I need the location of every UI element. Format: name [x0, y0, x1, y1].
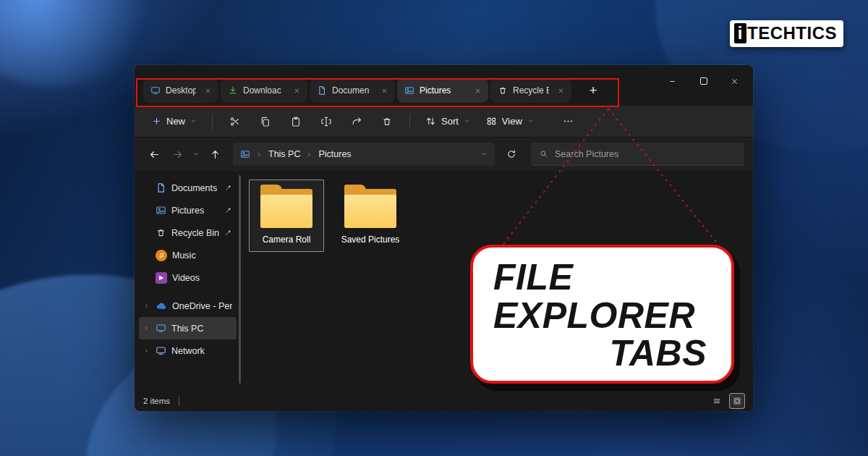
new-button[interactable]: New [145, 109, 204, 134]
navigation-bar: This PC Pictures Search Pictures [135, 138, 753, 171]
chevron-right-icon [306, 151, 312, 158]
new-button-label: New [166, 116, 185, 127]
folder-icon [344, 189, 396, 228]
logo-text: TECHTICS [747, 23, 837, 43]
view-button[interactable]: View [479, 109, 541, 134]
delete-button[interactable] [373, 109, 401, 134]
pictures-location-icon [240, 149, 250, 159]
minimize-button[interactable] [657, 69, 688, 93]
sidebar-item-network[interactable]: Network [139, 339, 237, 362]
chevron-right-icon[interactable] [143, 303, 150, 309]
image-icon [156, 205, 166, 216]
tab-bar-highlight-rectangle [136, 78, 619, 107]
share-button[interactable] [342, 109, 371, 134]
navigation-pane: Documents Pictures Recycle Bin Music [135, 171, 242, 391]
copy-button[interactable] [251, 109, 280, 134]
rename-icon [320, 116, 332, 127]
thumbnail-view-button[interactable] [730, 394, 744, 408]
itechtics-logo: iTECHTICS [730, 20, 843, 47]
sidebar-item-label: Pictures [171, 206, 219, 216]
chevron-right-icon [256, 151, 263, 158]
callout-line: FILE [493, 258, 711, 297]
chevron-down-icon [192, 151, 200, 158]
folder-item-camera-roll[interactable]: Camera Roll [249, 180, 324, 252]
folder-item-saved-pictures[interactable]: Saved Pictures [333, 180, 408, 252]
maximize-button[interactable] [688, 69, 719, 93]
address-dropdown-icon[interactable] [480, 151, 488, 158]
recycle-bin-icon [156, 227, 166, 238]
sidebar-item-label: Documents [171, 183, 219, 193]
refresh-button[interactable] [501, 143, 522, 165]
up-arrow-icon [210, 149, 221, 160]
search-input[interactable]: Search Pictures [531, 143, 744, 166]
sidebar-item-videos[interactable]: ▶ Videos [139, 266, 237, 289]
paste-button[interactable] [281, 109, 310, 134]
sidebar-item-music[interactable]: Music [139, 244, 237, 266]
callout-file-explorer-tabs: FILE EXPLORER TABS [470, 245, 734, 384]
more-options-button[interactable] [554, 109, 583, 134]
view-icon [486, 116, 497, 127]
chevron-down-icon [464, 118, 470, 124]
ellipsis-icon [563, 116, 574, 127]
onedrive-cloud-icon [156, 300, 167, 312]
forward-arrow-icon [172, 149, 183, 160]
recent-locations-button[interactable] [190, 143, 203, 165]
sidebar-item-documents[interactable]: Documents [139, 177, 237, 199]
paste-icon [290, 116, 302, 127]
breadcrumb-pictures[interactable]: Pictures [318, 149, 351, 159]
pin-icon [224, 229, 232, 237]
logo-i-mark: i [734, 23, 746, 43]
details-view-button[interactable] [710, 394, 724, 408]
pin-icon [224, 206, 232, 214]
music-icon [156, 250, 167, 261]
back-arrow-icon [149, 149, 160, 160]
sidebar-item-label: Music [172, 250, 232, 261]
status-divider [179, 397, 179, 406]
close-button[interactable] [719, 69, 750, 93]
rename-button[interactable] [312, 109, 341, 134]
sort-button[interactable]: Sort [418, 109, 477, 134]
chevron-right-icon[interactable] [143, 325, 150, 332]
up-button[interactable] [204, 143, 226, 165]
command-bar: New Sort View [135, 106, 753, 138]
sidebar-item-label: OneDrive - Perso [172, 301, 232, 311]
sidebar-item-onedrive[interactable]: OneDrive - Perso [139, 295, 237, 317]
sidebar-scrollbar[interactable] [239, 175, 241, 384]
sidebar-item-this-pc[interactable]: This PC [139, 317, 237, 339]
folder-icon [260, 189, 312, 228]
toolbar-divider [212, 114, 213, 130]
view-button-label: View [502, 116, 522, 127]
cut-button[interactable] [221, 109, 250, 134]
share-icon [351, 116, 362, 127]
folder-name: Camera Roll [263, 235, 311, 245]
minimize-icon [668, 77, 676, 85]
sidebar-item-recycle-bin[interactable]: Recycle Bin [139, 221, 237, 244]
back-button[interactable] [143, 143, 165, 165]
sidebar-item-label: This PC [171, 324, 232, 334]
items-count: 2 items [143, 397, 170, 405]
maximize-icon [700, 77, 707, 85]
address-bar[interactable]: This PC Pictures [233, 143, 495, 166]
plus-icon [152, 117, 161, 126]
forward-button[interactable] [166, 143, 188, 165]
sidebar-item-label: Videos [172, 273, 232, 283]
search-icon [539, 149, 548, 159]
list-view-icon [712, 397, 721, 405]
thumbnail-view-icon [733, 397, 741, 405]
chevron-right-icon[interactable] [143, 347, 150, 354]
breadcrumb-this-pc[interactable]: This PC [268, 149, 300, 159]
sidebar-item-label: Network [171, 346, 232, 356]
toolbar-divider [409, 114, 410, 130]
network-icon [156, 345, 166, 356]
sort-icon [425, 116, 436, 127]
folder-name: Saved Pictures [341, 235, 400, 245]
search-placeholder: Search Pictures [555, 149, 618, 159]
caption-controls [657, 69, 750, 93]
chevron-down-icon [527, 118, 534, 124]
chevron-down-icon [190, 118, 197, 124]
copy-icon [260, 116, 271, 127]
refresh-icon [506, 149, 516, 159]
sidebar-item-pictures[interactable]: Pictures [139, 199, 237, 221]
trash-icon [381, 116, 393, 127]
sort-button-label: Sort [441, 116, 459, 127]
